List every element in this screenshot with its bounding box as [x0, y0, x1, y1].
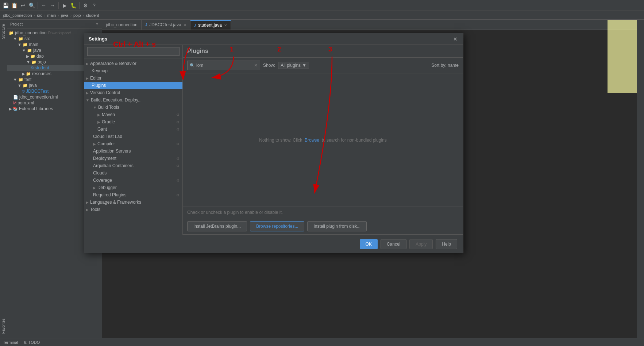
breadcrumb-item-6[interactable]: student [86, 13, 99, 18]
dialog-body: ▶ Appearance & Behavior Keymap ▶ Editor … [84, 45, 463, 235]
breadcrumb-item-2[interactable]: src [37, 13, 42, 18]
breadcrumb-label-3: main [47, 13, 56, 18]
nav-item-app-servers[interactable]: Application Servers [84, 147, 182, 155]
nav-label-arquillian: Arquillian Containers [93, 163, 134, 168]
project-path: D:\workspace\... [48, 31, 74, 35]
ext-lib-label: External Libraries [19, 106, 53, 111]
plugin-search-input[interactable] [196, 63, 252, 68]
ok-button[interactable]: OK [360, 239, 378, 249]
breadcrumb: jdbc_connection › src › main › java › po… [0, 11, 644, 20]
nav-label-app-servers: Application Servers [93, 149, 131, 154]
tab-student[interactable]: J student.java ✕ [190, 20, 231, 30]
empty-text-2: to search for non-bundled plugins [322, 138, 387, 143]
nav-item-keymap[interactable]: Keymap [84, 67, 182, 74]
nav-item-languages[interactable]: ▶ Languages & Frameworks [84, 199, 182, 206]
dialog-close-button[interactable]: ✕ [452, 36, 459, 42]
toolbar-icon-1[interactable]: 💾 [1, 1, 9, 9]
toolbar-icon-debug[interactable]: 🐛 [69, 1, 77, 9]
install-from-disk-button[interactable]: Install plugin from disk... [307, 221, 367, 231]
breadcrumb-item-5[interactable]: pojo [73, 13, 81, 18]
side-tab-structure[interactable]: Structure [1, 23, 6, 41]
jdbctest-label: JDBCCTest [26, 89, 49, 94]
nav-label-gradle: Gradle [102, 119, 115, 124]
project-dropdown-icon[interactable]: ▼ [95, 22, 99, 26]
nav-item-compiler[interactable]: ▶ Compiler ⚙ [84, 140, 182, 147]
nav-label-clouds: Clouds [93, 170, 107, 176]
toolbar-icon-4[interactable]: 🔍 [28, 1, 36, 9]
resources-icon: 📁 [26, 72, 31, 76]
gradle-gear-icon: ⚙ [176, 120, 180, 124]
todo-label[interactable]: 6: TODO [24, 340, 40, 345]
apply-button[interactable]: Apply [409, 239, 433, 249]
toolbar-icon-3[interactable]: ↩ [19, 1, 27, 9]
dao-icon: 📁 [30, 54, 35, 59]
breadcrumb-label-2: src [37, 13, 42, 18]
nav-item-version-control[interactable]: ▶ Version Control [84, 89, 182, 96]
nav-item-appearance[interactable]: ▶ Appearance & Behavior [84, 60, 182, 67]
breadcrumb-label-5: pojo [73, 13, 81, 18]
tab-jdbc-connection[interactable]: jdbc_connection [102, 20, 142, 30]
nav-item-coverage[interactable]: Coverage ⚙ [84, 177, 182, 184]
nav-item-plugins[interactable]: Plugins [84, 82, 182, 89]
show-dropdown[interactable]: All plugins ▼ [278, 62, 309, 69]
test-java-folder-icon: ▼ [18, 83, 22, 88]
nav-item-debugger[interactable]: ▶ Debugger [84, 184, 182, 191]
pojo-folder-icon: ▼ [26, 60, 30, 64]
dialog-title: Settings [89, 36, 107, 42]
nav-label-plugins: Plugins [92, 83, 106, 88]
nav-label-tools: Tools [90, 207, 100, 212]
toolbar-icon-2[interactable]: 📋 [10, 1, 18, 9]
toolbar-icon-help[interactable]: ? [90, 1, 98, 9]
nav-item-tools[interactable]: ▶ Tools [84, 206, 182, 213]
tab-jdbcctest[interactable]: J JDBCCTest.java ✕ [142, 20, 190, 30]
nav-item-editor[interactable]: ▶ Editor [84, 74, 182, 82]
yellow-note [608, 20, 637, 93]
nav-item-gradle[interactable]: ▶ Gradle ⚙ [84, 118, 182, 126]
toolbar-icon-run[interactable]: ▶ [61, 1, 69, 9]
plugin-list-area: Nothing to show. Click Browse to search … [183, 73, 463, 207]
breadcrumb-item-4[interactable]: java [61, 13, 68, 18]
breadcrumb-item-1[interactable]: jdbc_connection [3, 13, 32, 18]
tab-student-label: student.java [198, 23, 222, 28]
tools-arrow: ▶ [86, 208, 89, 212]
pom-label: pom.xml [18, 100, 34, 105]
nav-item-gant[interactable]: Gant ⚙ [84, 126, 182, 133]
browse-link-text: Browse [305, 138, 319, 143]
maven-arrow: ▶ [97, 113, 100, 117]
nav-item-deployment[interactable]: Deployment ⚙ [84, 155, 182, 162]
nav-item-build[interactable]: ▼ Build, Execution, Deploy... [84, 96, 182, 104]
iml-label: jdbc_connection.iml [19, 95, 58, 100]
nav-item-clouds[interactable]: Clouds [84, 169, 182, 177]
breadcrumb-item-3[interactable]: main [47, 13, 56, 18]
jdbctest-icon: © [22, 89, 25, 93]
help-button[interactable]: Help [436, 239, 457, 249]
browse-link[interactable]: Browse [305, 138, 319, 143]
debugger-arrow: ▶ [93, 186, 96, 190]
nav-item-arquillian[interactable]: Arquillian Containers ⚙ [84, 162, 182, 169]
nav-label-build-tools: Build Tools [98, 105, 119, 110]
tab-jdbcc-close[interactable]: ✕ [184, 23, 186, 27]
project-panel-header: Project ▼ [7, 20, 102, 28]
deployment-gear-icon: ⚙ [176, 157, 180, 161]
install-jetbrains-button[interactable]: Install JetBrains plugin... [187, 221, 247, 231]
terminal-label[interactable]: Terminal [3, 340, 18, 345]
plugin-action-buttons: Install JetBrains plugin... Browse repos… [183, 218, 463, 235]
tab-jdbcc-icon: J [145, 23, 147, 27]
tab-student-close[interactable]: ✕ [224, 23, 227, 27]
dialog-nav: ▶ Appearance & Behavior Keymap ▶ Editor … [84, 58, 182, 235]
nav-item-cloud-test[interactable]: Cloud Test Lab [84, 133, 182, 140]
gant-gear-icon: ⚙ [176, 127, 180, 131]
cancel-button[interactable]: Cancel [381, 239, 406, 249]
toolbar-icon-redo[interactable]: → [49, 1, 57, 9]
toolbar-icon-settings[interactable]: ⚙ [81, 1, 89, 9]
toolbar-icon-undo[interactable]: ← [40, 1, 48, 9]
appearance-arrow: ▶ [86, 62, 89, 66]
nav-item-maven[interactable]: ▶ Maven ⚙ [84, 111, 182, 118]
side-tab-favorites[interactable]: Favorites [1, 317, 6, 335]
plugin-search-clear-button[interactable]: ✕ [254, 63, 258, 68]
nav-item-build-tools[interactable]: ▼ Build Tools [84, 104, 182, 111]
nav-label-build: Build, Execution, Deploy... [91, 97, 142, 103]
java-icon: 📁 [27, 48, 32, 53]
browse-repositories-button[interactable]: Browse repositories... [250, 221, 304, 231]
nav-item-required-plugins[interactable]: Required Plugins ⚙ [84, 191, 182, 199]
